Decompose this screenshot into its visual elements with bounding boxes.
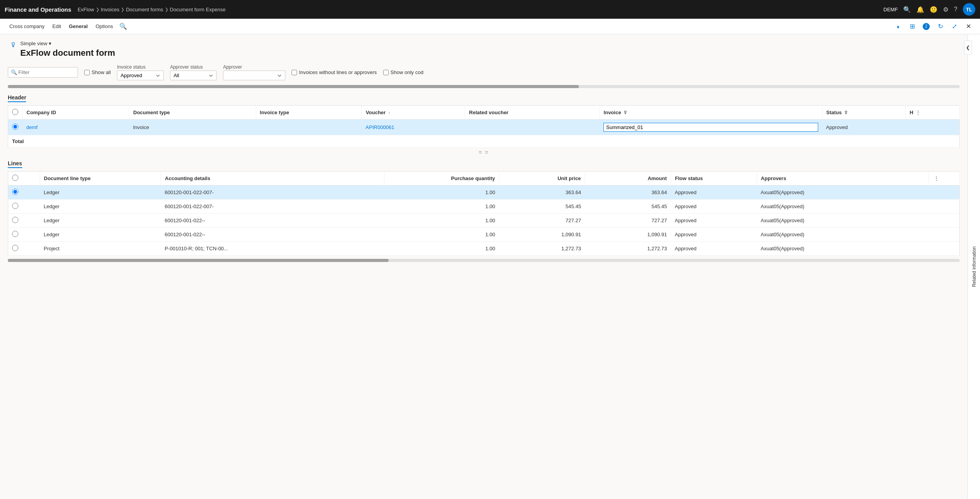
bell-icon[interactable]: 🔔 — [916, 6, 924, 13]
help-icon[interactable]: ? — [954, 6, 957, 13]
diamond-icon-btn[interactable]: ⬧ — [893, 21, 904, 32]
options-btn[interactable]: Options — [92, 22, 116, 31]
line-acc-5: P-001010-R; 001; TCN-00... — [161, 242, 384, 256]
show-only-cod-checkbox[interactable] — [383, 70, 389, 75]
h-more-icon[interactable]: ⋮ — [916, 110, 920, 115]
bottom-scrollbar[interactable] — [8, 259, 960, 262]
line-pq-4: 1.00 — [384, 228, 499, 242]
top-scrollbar-thumb — [8, 85, 579, 88]
th-approvers: Approvers — [757, 172, 929, 186]
lines-header-row: Document line type Accounting details Pu… — [8, 172, 960, 186]
th-status: Status ⊽ — [822, 106, 906, 120]
td-related-voucher — [465, 120, 600, 135]
collapse-panel-btn[interactable]: ❮ — [964, 41, 972, 55]
general-btn[interactable]: General — [66, 22, 91, 31]
lines-table-wrap: Document line type Accounting details Pu… — [8, 171, 960, 256]
line-row-1[interactable]: Ledger 600120-001-022-007- 1.00 363.64 3… — [8, 186, 960, 200]
approver-status-group: Approver status All Approved Pending — [170, 64, 217, 80]
line-up-3: 727.27 — [499, 214, 585, 228]
header-section: Header Company ID Document type Invoice … — [8, 94, 960, 148]
approver-status-label: Approver status — [170, 64, 217, 70]
app-title: Finance and Operations — [5, 6, 71, 13]
th-company-id: Company ID — [23, 106, 129, 120]
status-filter-icon[interactable]: ⊽ — [844, 110, 847, 115]
simple-view-row[interactable]: Simple view ▾ — [20, 41, 960, 46]
line-row-radio-1[interactable] — [12, 189, 18, 195]
header-table-row[interactable]: demf Invoice APIR000061 Approved — [8, 120, 960, 135]
top-scrollbar[interactable] — [8, 85, 960, 88]
invoice-edit-input[interactable] — [603, 123, 818, 132]
line-row-4[interactable]: Ledger 600120-001-022-- 1.00 1,090.91 1,… — [8, 228, 960, 242]
lines-table: Document line type Accounting details Pu… — [8, 171, 960, 256]
line-up-4: 1,090.91 — [499, 228, 585, 242]
refresh-icon-btn[interactable]: ↻ — [935, 21, 946, 32]
line-radio-2 — [8, 200, 40, 214]
gear-icon[interactable]: ⚙ — [943, 6, 948, 13]
approver-status-select[interactable]: All Approved Pending — [170, 71, 217, 80]
invoice-filter-icon[interactable]: ⊽ — [624, 110, 627, 115]
company-id-link[interactable]: demf — [27, 124, 38, 130]
show-all-label: Show all — [92, 69, 111, 75]
filter-input[interactable] — [8, 67, 78, 78]
td-invoice-type — [256, 120, 362, 135]
approver-group: Approver — [223, 64, 285, 80]
page-title: ExFlow document form — [20, 48, 960, 58]
badge-icon-btn[interactable]: 2 — [921, 21, 932, 32]
line-row-radio-2[interactable] — [12, 203, 18, 209]
popout-icon-btn[interactable]: ⤢ — [949, 21, 960, 32]
no-lines-checkbox[interactable] — [292, 70, 297, 75]
line-up-5: 1,272.73 — [499, 242, 585, 256]
face-icon[interactable]: 🙂 — [930, 6, 938, 13]
cross-company-btn[interactable]: Cross company — [6, 22, 48, 31]
edit-btn[interactable]: Edit — [49, 22, 64, 31]
grid-icon-btn[interactable]: ⊞ — [907, 21, 918, 32]
search-filter-icon[interactable]: 🔍 — [119, 23, 127, 30]
th-doc-type: Document type — [129, 106, 256, 120]
show-all-checkbox[interactable] — [84, 70, 90, 75]
toolbar-right: ⬧ ⊞ 2 ↻ ⤢ ✕ — [893, 21, 974, 32]
chevron-right-icon: ❮ — [966, 45, 970, 50]
lines-more-icon[interactable]: ⋮ — [934, 176, 939, 181]
show-only-cod-wrap: Show only cod — [383, 69, 424, 75]
line-doc-type-4: Ledger — [40, 228, 161, 242]
th-accounting-details: Accounting details — [161, 172, 384, 186]
invoice-status-select[interactable]: Approved Pending All — [117, 71, 164, 80]
breadcrumb-doc-forms[interactable]: Document forms — [126, 7, 163, 12]
filter-input-wrap: 🔍 — [8, 67, 78, 78]
lines-radio-all[interactable] — [12, 175, 18, 181]
page-body: ⊽ Simple view ▾ ExFlow document form 🔍 S… — [0, 34, 968, 499]
breadcrumb: ExFlow ❯ Invoices ❯ Document forms ❯ Doc… — [78, 7, 226, 12]
line-more-1 — [929, 186, 959, 200]
breadcrumb-doc-form-expense[interactable]: Document form Expense — [170, 7, 226, 12]
line-flow-4: Approved — [671, 228, 757, 242]
header-radio-all[interactable] — [12, 109, 18, 115]
header-section-label: Header — [8, 94, 26, 102]
line-doc-type-3: Ledger — [40, 214, 161, 228]
related-info-panel[interactable]: ❮ Related information — [968, 34, 980, 499]
line-pq-3: 1.00 — [384, 214, 499, 228]
approver-select[interactable] — [223, 71, 285, 80]
line-radio-4 — [8, 228, 40, 242]
td-status: Approved — [822, 120, 906, 135]
line-row-5[interactable]: Project P-001010-R; 001; TCN-00... 1.00 … — [8, 242, 960, 256]
filter-toggle-icon[interactable]: ⊽ — [11, 41, 16, 49]
line-amount-3: 727.27 — [585, 214, 671, 228]
breadcrumb-exflow[interactable]: ExFlow — [78, 7, 94, 12]
voucher-link[interactable]: APIR000061 — [366, 124, 394, 130]
th-voucher: Voucher ↑ — [362, 106, 465, 120]
breadcrumb-invoices[interactable]: Invoices — [101, 7, 120, 12]
bottom-scrollbar-thumb — [8, 259, 389, 262]
invoice-status-group: Invoice status Approved Pending All — [117, 64, 164, 80]
avatar[interactable]: TL — [963, 3, 975, 16]
line-approvers-2: Axuat05(Approved) — [757, 200, 929, 214]
line-row-2[interactable]: Ledger 600120-001-022-007- 1.00 545.45 5… — [8, 200, 960, 214]
line-row-3[interactable]: Ledger 600120-001-022-- 1.00 727.27 727.… — [8, 214, 960, 228]
line-doc-type-5: Project — [40, 242, 161, 256]
drag-handle[interactable]: = = — [8, 148, 960, 157]
search-icon[interactable]: 🔍 — [903, 6, 911, 13]
line-row-radio-5[interactable] — [12, 245, 18, 251]
line-row-radio-3[interactable] — [12, 217, 18, 223]
close-icon-btn[interactable]: ✕ — [963, 21, 974, 32]
row-radio-1[interactable] — [12, 124, 18, 130]
line-row-radio-4[interactable] — [12, 231, 18, 237]
